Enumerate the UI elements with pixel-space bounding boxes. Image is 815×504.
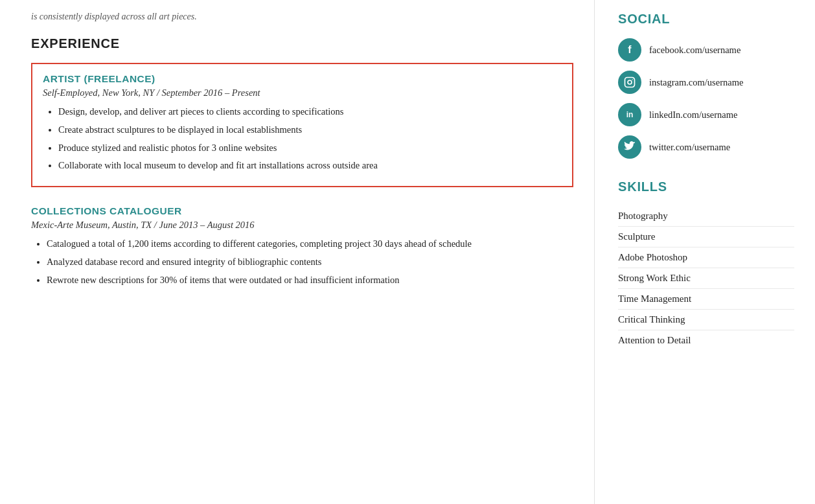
- linkedin-icon: in: [618, 103, 641, 126]
- list-item: Catalogued a total of 1,200 items accord…: [47, 237, 573, 251]
- bullet-list-artist: Design, develop, and deliver art pieces …: [43, 105, 562, 173]
- job-subtitle-artist: Self-Employed, New York, NY / September …: [43, 87, 562, 98]
- skills-list: Photography Sculpture Adobe Photoshop St…: [618, 206, 794, 350]
- list-item: Design, develop, and deliver art pieces …: [58, 105, 562, 119]
- skills-section-title: SKILLS: [618, 179, 794, 194]
- job-title-cataloguer: COLLECTIONS CATALOGUER: [31, 205, 573, 217]
- skill-item: Critical Thinking: [618, 310, 794, 330]
- social-item-instagram: instagram.com/username: [618, 71, 794, 94]
- experience-section-title: EXPERIENCE: [31, 36, 573, 51]
- list-item: Rewrote new descriptions for 30% of item…: [47, 273, 573, 288]
- job-title-artist: ARTIST (FREELANCE): [43, 73, 562, 85]
- skill-item: Photography: [618, 206, 794, 227]
- twitter-link: twitter.com/username: [649, 142, 730, 153]
- bullet-list-cataloguer: Catalogued a total of 1,200 items accord…: [31, 237, 573, 287]
- instagram-link: instagram.com/username: [649, 77, 743, 88]
- skill-item: Sculpture: [618, 227, 794, 247]
- skill-item: Adobe Photoshop: [618, 247, 794, 268]
- instagram-icon: [618, 71, 641, 94]
- list-item: Produce stylized and realistic photos fo…: [58, 141, 562, 155]
- job-entry-collections-cataloguer: COLLECTIONS CATALOGUER Mexic-Arte Museum…: [31, 205, 573, 287]
- list-item: Create abstract sculptures to be display…: [58, 123, 562, 137]
- linkedin-link: linkedIn.com/username: [649, 109, 738, 120]
- svg-rect-0: [625, 78, 635, 87]
- social-item-linkedin: in linkedIn.com/username: [618, 103, 794, 126]
- social-list: f facebook.com/username instagram.com/us…: [618, 38, 794, 159]
- skill-item: Strong Work Ethic: [618, 268, 794, 289]
- left-column: is consistently displayed across all art…: [0, 0, 595, 504]
- skill-item: Attention to Detail: [618, 330, 794, 350]
- resume-page: is consistently displayed across all art…: [0, 0, 815, 504]
- job-subtitle-cataloguer: Mexic-Arte Museum, Austin, TX / June 201…: [31, 220, 573, 231]
- skill-item: Time Management: [618, 289, 794, 310]
- top-note: is consistently displayed across all art…: [31, 12, 573, 22]
- social-section-title: SOCIAL: [618, 12, 794, 27]
- facebook-icon: f: [618, 38, 641, 62]
- list-item: Analyzed database record and ensured int…: [47, 255, 573, 269]
- social-item-twitter: twitter.com/username: [618, 135, 794, 159]
- svg-point-1: [628, 80, 632, 84]
- job-entry-artist-freelance: ARTIST (FREELANCE) Self-Employed, New Yo…: [31, 63, 573, 187]
- social-item-facebook: f facebook.com/username: [618, 38, 794, 62]
- right-column: SOCIAL f facebook.com/username instagram…: [595, 0, 815, 504]
- facebook-link: facebook.com/username: [649, 45, 740, 56]
- twitter-icon: [618, 135, 641, 159]
- list-item: Collaborate with local museum to develop…: [58, 159, 562, 173]
- svg-point-2: [632, 79, 633, 80]
